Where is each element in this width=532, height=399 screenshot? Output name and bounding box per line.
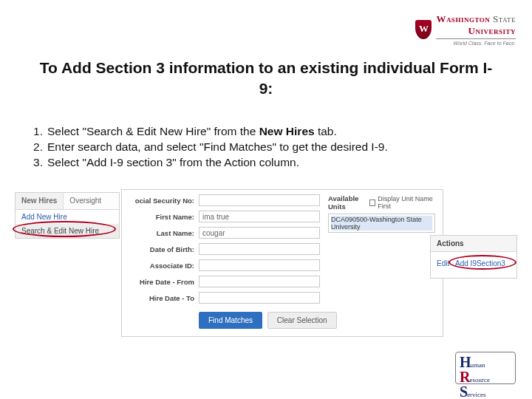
slide-title: To Add Section 3 information to an exist…: [0, 58, 532, 100]
input-first-name[interactable]: [199, 211, 320, 222]
wordmark-state: State: [493, 13, 516, 24]
step-list: 1. Select "Search & Edit New Hire" from …: [27, 124, 505, 171]
wsu-logo: Washington State University World Class.…: [415, 13, 516, 46]
search-form-panel: ocial Security No: First Name: Last Name…: [121, 189, 443, 337]
link-search-edit-new-hire[interactable]: Search & Edit New Hire: [16, 224, 119, 238]
wordmark-university: University: [468, 25, 516, 36]
available-units: Available Units Display Unit Name First …: [328, 194, 435, 233]
brand-tagline: World Class. Face to Face.: [436, 41, 516, 46]
input-hire-to[interactable]: [199, 292, 320, 304]
search-form: ocial Security No: First Name: Last Name…: [128, 194, 320, 308]
label-hire-from: Hire Date - From: [128, 278, 199, 286]
display-unit-name-first-checkbox[interactable]: Display Unit Name First: [369, 195, 435, 210]
input-associate-id[interactable]: [199, 259, 320, 271]
step-2: 2. Enter search data, and select "Find M…: [27, 140, 505, 155]
clear-selection-button[interactable]: Clear Selection: [267, 312, 337, 329]
input-last-name[interactable]: [199, 227, 320, 239]
label-hire-to: Hire Date - To: [128, 294, 199, 302]
available-units-list[interactable]: DCA090500-Washington State University: [328, 214, 435, 233]
actions-header: Actions: [431, 236, 516, 252]
label-ssn: ocial Security No:: [128, 197, 199, 205]
label-associate-id: Associate ID:: [128, 262, 199, 270]
checkbox-icon: [369, 200, 375, 206]
left-tabs: New Hires Oversight: [16, 193, 119, 210]
action-add-i9-section3[interactable]: Add I9Section3: [455, 259, 505, 267]
action-edit[interactable]: Edit: [437, 259, 449, 267]
left-nav-panel: New Hires Oversight Add New Hire Search …: [15, 192, 120, 239]
input-ssn[interactable]: [199, 194, 320, 206]
label-last-name: Last Name:: [128, 229, 199, 237]
label-dob: Date of Birth:: [128, 245, 199, 253]
unit-option[interactable]: DCA090500-Washington State University: [331, 216, 432, 231]
link-add-new-hire[interactable]: Add New Hire: [16, 210, 119, 224]
hrs-logo: Human Resource Services: [455, 352, 516, 384]
find-matches-button[interactable]: Find Matches: [199, 312, 262, 329]
actions-panel: Actions Edit Add I9Section3: [430, 235, 517, 279]
step-1: 1. Select "Search & Edit New Hire" from …: [27, 124, 505, 140]
available-units-title: Available Units: [328, 194, 369, 211]
wordmark-washington: Washington: [436, 13, 490, 24]
tab-oversight[interactable]: Oversight: [64, 193, 107, 209]
label-first-name: First Name:: [128, 213, 199, 221]
input-hire-from[interactable]: [199, 276, 320, 287]
input-dob[interactable]: [199, 243, 320, 255]
screenshot-collage: New Hires Oversight Add New Hire Search …: [15, 189, 517, 344]
step-3: 3. Select "Add I-9 section 3" from the A…: [27, 155, 505, 171]
tab-new-hires[interactable]: New Hires: [16, 193, 64, 209]
shield-icon: [415, 20, 432, 39]
